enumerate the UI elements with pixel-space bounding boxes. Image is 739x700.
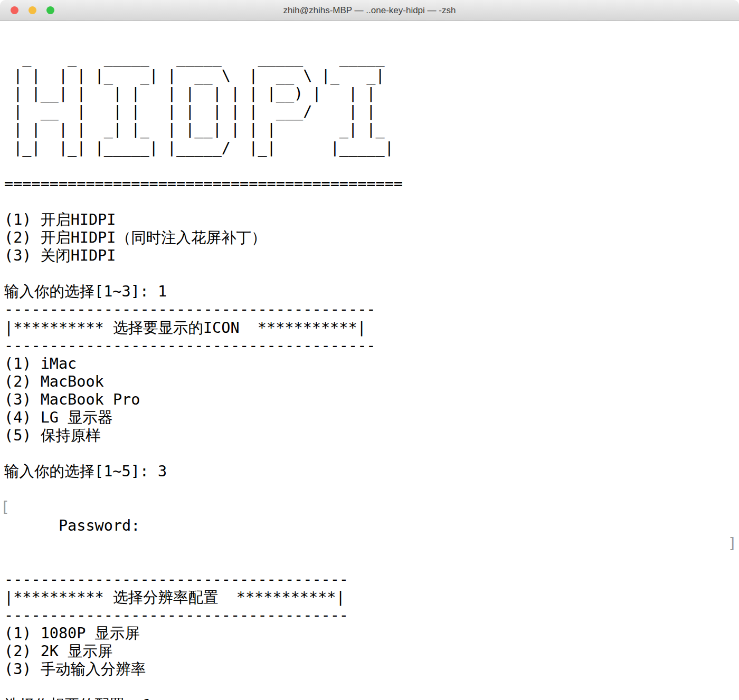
window-title: zhih@zhihs-MBP — ..one-key-hidpi — -zsh xyxy=(283,5,456,16)
blank-line xyxy=(4,445,739,463)
zoom-button[interactable] xyxy=(46,6,54,14)
menu-item-disable-hidpi: (3) 关闭HIDPI xyxy=(4,247,739,265)
icon-item-lg-display: (4) LG 显示器 xyxy=(4,409,739,427)
blank-line xyxy=(4,193,739,211)
config-choice-line: 选择你想要的配置: 1 xyxy=(4,696,739,700)
resolution-item-manual: (3) 手动输入分辨率 xyxy=(4,660,739,678)
resolution-item-2k: (2) 2K 显示屏 xyxy=(4,643,739,660)
dash-divider: ----------------------------------------… xyxy=(4,301,739,319)
ascii-banner-line: | | | | _| |_ | |__| | | | _| |_ xyxy=(4,121,739,139)
icon-item-keep-original: (5) 保持原样 xyxy=(4,427,739,445)
icon-item-macbook-pro: (3) MacBook Pro xyxy=(4,391,739,409)
choice-prompt-1-3: 输入你的选择[1~3]: 1 xyxy=(4,283,739,301)
blank-line xyxy=(4,157,739,175)
dash-divider: -------------------------------------- xyxy=(4,607,739,625)
password-prompt[interactable]: Password: xyxy=(59,517,140,534)
icon-item-imac: (1) iMac xyxy=(4,355,739,373)
secure-input-right-bracket: ] xyxy=(728,535,737,553)
minimize-button[interactable] xyxy=(29,6,36,14)
icon-section-header: |********** 选择要显示的ICON ***********| xyxy=(4,319,739,337)
ascii-banner-line: |_| |_| |_____| |_____/ |_| |_____| xyxy=(4,139,739,157)
ascii-banner-line: _ _ _____ _____ _____ _____ xyxy=(4,49,739,67)
blank-line xyxy=(4,678,739,696)
resolution-section-header: |********** 选择分辨率配置 ***********| xyxy=(4,589,739,607)
dash-divider: ----------------------------------------… xyxy=(4,337,739,355)
menu-item-enable-hidpi-patch: (2) 开启HIDPI（同时注入花屏补丁） xyxy=(4,229,739,247)
ascii-banner-line: | | | | |_ _| | __ \ | __ \ |_ _| xyxy=(4,67,739,85)
resolution-item-1080p: (1) 1080P 显示屏 xyxy=(4,625,739,643)
choice-prompt-1-5: 输入你的选择[1~5]: 3 xyxy=(4,463,739,481)
terminal-window: zhih@zhihs-MBP — ..one-key-hidpi — -zsh … xyxy=(0,0,739,700)
icon-item-macbook: (2) MacBook xyxy=(4,373,739,391)
blank-line xyxy=(4,265,739,283)
close-button[interactable] xyxy=(11,6,18,14)
equals-divider: ========================================… xyxy=(4,175,739,193)
titlebar[interactable]: zhih@zhihs-MBP — ..one-key-hidpi — -zsh xyxy=(0,0,739,21)
secure-input-left-bracket: [ xyxy=(1,498,10,516)
traffic-lights xyxy=(11,0,54,21)
dash-divider: -------------------------------------- xyxy=(4,571,739,589)
ascii-banner-line: | __ | | | | | | | | ___/ | | xyxy=(4,103,739,121)
ascii-banner-line: | |__| | | | | | | | | |__) | | | xyxy=(4,85,739,103)
menu-item-enable-hidpi: (1) 开启HIDPI xyxy=(4,211,739,229)
password-line: [ Password: ] xyxy=(4,481,739,570)
terminal-screen[interactable]: _ _ _____ _____ _____ _____ | | | | |_ _… xyxy=(0,21,739,700)
blank-line xyxy=(4,31,739,49)
